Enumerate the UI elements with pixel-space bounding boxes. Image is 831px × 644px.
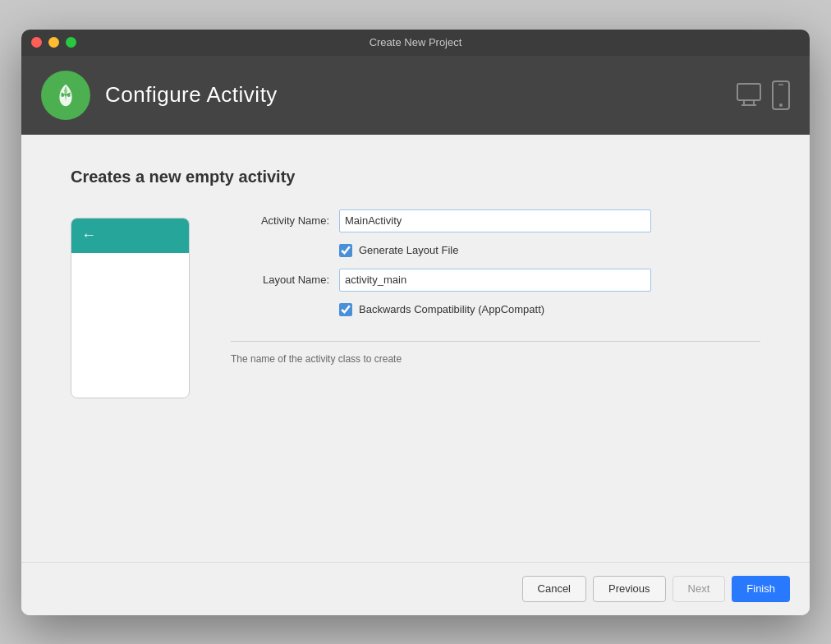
device-icons	[736, 80, 790, 110]
android-studio-icon	[50, 80, 81, 111]
svg-point-8	[779, 104, 783, 107]
content-layout: ← Activity Name: Generate Layout File	[71, 209, 760, 398]
window-controls	[31, 37, 76, 48]
maximize-button[interactable]	[66, 37, 76, 48]
window-title: Create New Project	[370, 36, 462, 48]
layout-name-label: Layout Name:	[231, 274, 329, 286]
divider	[231, 341, 760, 342]
main-window: Create New Project Configure Activity	[21, 30, 810, 615]
generate-layout-label[interactable]: Generate Layout File	[359, 244, 458, 256]
phone-topbar: ←	[71, 218, 189, 253]
monitor-icon	[736, 80, 765, 110]
hint-text: The name of the activity class to create	[231, 353, 760, 365]
backwards-compat-checkbox[interactable]	[339, 303, 352, 316]
backwards-compat-row: Backwards Compatibility (AppCompatt)	[231, 303, 760, 316]
header: Configure Activity	[21, 56, 810, 135]
next-button[interactable]: Next	[673, 576, 726, 602]
phone-mockup: ←	[71, 218, 190, 398]
layout-name-row: Layout Name:	[231, 269, 760, 292]
backwards-compat-label[interactable]: Backwards Compatibility (AppCompatt)	[359, 303, 544, 315]
previous-button[interactable]: Previous	[593, 576, 666, 602]
form-area: Activity Name: Generate Layout File Layo…	[231, 209, 760, 365]
finish-button[interactable]: Finish	[732, 576, 790, 602]
activity-name-row: Activity Name:	[231, 209, 760, 232]
activity-name-label: Activity Name:	[231, 214, 329, 227]
back-arrow-icon: ←	[81, 227, 96, 244]
layout-name-input[interactable]	[339, 269, 651, 292]
header-left: Configure Activity	[41, 71, 278, 120]
close-button[interactable]	[31, 37, 42, 48]
minimize-button[interactable]	[48, 37, 59, 48]
section-title: Creates a new empty activity	[71, 168, 760, 186]
footer: Cancel Previous Next Finish	[21, 562, 810, 615]
generate-layout-row: Generate Layout File	[231, 244, 760, 257]
android-logo	[41, 71, 90, 120]
cancel-button[interactable]: Cancel	[522, 576, 586, 602]
phone-icon	[772, 80, 790, 110]
svg-rect-3	[737, 84, 760, 100]
title-bar: Create New Project	[21, 30, 810, 56]
page-title: Configure Activity	[105, 82, 278, 108]
activity-name-input[interactable]	[339, 209, 651, 232]
generate-layout-checkbox[interactable]	[339, 244, 352, 257]
main-content: Creates a new empty activity ← Activity …	[21, 135, 810, 562]
phone-body	[71, 253, 189, 398]
